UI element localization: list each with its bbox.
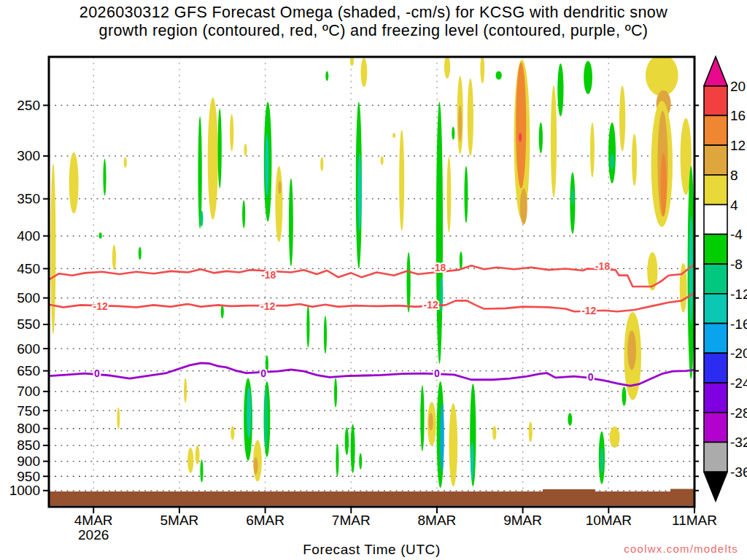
time-pressure-cross-section: -18-18-18-12-12-12-120000250300350400450… (0, 0, 747, 560)
omega-shaded-region (124, 157, 127, 168)
omega-shaded-region (584, 61, 592, 93)
omega-shaded-region (69, 152, 79, 214)
x-tick-label: 6MAR (246, 513, 285, 528)
y-tick-label: 550 (17, 316, 40, 332)
omega-shaded-region (324, 316, 327, 354)
x-tick-label: 4MAR (74, 513, 113, 528)
x-tick-label: 9MAR (503, 513, 542, 528)
omega-shaded-region (247, 386, 251, 438)
colorbar-label: 20 (730, 79, 746, 94)
omega-shaded-region (184, 378, 187, 402)
colorbar-label: -28 (730, 405, 747, 421)
colorbar-segment (704, 145, 727, 175)
x-tick-label: 10MAR (586, 513, 632, 528)
contour-dgz-warm (49, 293, 694, 312)
colorbar-segment (704, 353, 727, 383)
colorbar-label: -36 (730, 464, 747, 480)
omega-shaded-region (646, 54, 678, 96)
omega-shaded-region (139, 247, 142, 260)
colorbar-label: 12 (730, 138, 746, 153)
omega-shaded-region (449, 403, 457, 486)
contour-label-dgz-warm: -12 (424, 299, 438, 311)
contour-freezing-level (49, 363, 694, 386)
omega-shaded-region (345, 427, 349, 455)
omega-shaded-region (420, 386, 424, 451)
colorbar-segment (704, 442, 727, 472)
colorbar-segment (704, 383, 727, 413)
colorbar-label: -4 (730, 227, 743, 242)
omega-shaded-region (264, 386, 268, 449)
omega-shaded-region (539, 122, 543, 153)
contour-label-freezing-level: 0 (94, 368, 100, 379)
omega-shaded-region (406, 252, 410, 313)
colorbar-segment (704, 234, 727, 264)
omega-shaded-region (519, 133, 522, 141)
x-tick-label: 8MAR (418, 513, 457, 528)
contour-label-freezing-level: 0 (434, 368, 440, 379)
watermark-text: coolwx.com/modelts (624, 542, 738, 555)
omega-shaded-region (610, 153, 614, 169)
x-tick-sublabel: 2026 (78, 527, 109, 542)
omega-shaded-region (600, 448, 603, 473)
colorbar-segment (704, 86, 727, 116)
omega-shaded-region (429, 413, 433, 430)
omega-shaded-region (568, 413, 572, 426)
y-tick-label: 350 (17, 191, 40, 206)
omega-shaded-region (112, 245, 116, 270)
omega-shaded-region (200, 460, 203, 483)
omega-shaded-region (619, 86, 625, 152)
omega-shaded-region (444, 55, 450, 78)
omega-shaded-region (441, 403, 444, 471)
omega-shaded-region (218, 109, 222, 188)
omega-shaded-region (196, 446, 200, 464)
y-tick-label: 900 (17, 454, 40, 469)
omega-shaded-region (399, 130, 404, 231)
omega-shaded-region (496, 71, 502, 79)
y-tick-label: 650 (17, 363, 40, 378)
omega-shaded-region (571, 188, 574, 205)
omega-shaded-region (529, 422, 533, 443)
y-tick-label: 1000 (9, 483, 40, 498)
colorbar-segment (704, 205, 727, 235)
omega-shaded-region (289, 178, 293, 266)
x-tick-label: 7MAR (332, 513, 371, 528)
omega-shaded-region (480, 54, 484, 83)
colorbar-segment (704, 324, 727, 354)
y-tick-label: 850 (17, 438, 40, 453)
omega-shaded-region (452, 127, 454, 140)
omega-shaded-region (446, 157, 451, 233)
contour-label-dgz-warm: -12 (260, 300, 275, 312)
omega-shaded-region (117, 408, 120, 429)
colorbar-segment (704, 294, 727, 324)
colorbar-label: -32 (730, 435, 747, 450)
omega-shaded-region (254, 457, 258, 475)
omega-shaded-region (50, 163, 55, 335)
omega-shaded-region (360, 58, 367, 87)
omega-shaded-region (468, 79, 473, 156)
omega-shaded-region (439, 276, 443, 312)
omega-field: -18-18-18-12-12-12-120000 (49, 54, 694, 505)
forecast-chart-page: 2026030312 GFS Forecast Omega (shaded, -… (0, 0, 747, 560)
omega-shaded-region (265, 134, 268, 197)
omega-shaded-region (471, 442, 473, 480)
y-tick-label: 450 (17, 261, 40, 276)
omega-shaded-region (609, 427, 619, 448)
y-tick-label: 300 (17, 148, 40, 163)
plot-border (49, 57, 694, 507)
colorbar-label: -20 (730, 346, 747, 361)
colorbar-segment (704, 115, 727, 145)
y-tick-label: 800 (17, 421, 40, 436)
omega-shaded-region (200, 211, 203, 227)
y-tick-label: 750 (17, 403, 40, 419)
contour-label-dgz-warm: -12 (581, 305, 596, 316)
omega-shaded-region (436, 102, 443, 364)
omega-shaded-region (608, 122, 616, 183)
omega-shaded-region (358, 153, 362, 231)
contour-label-dgz-cold: -18 (595, 260, 610, 272)
colorbar-label: -12 (730, 287, 747, 302)
omega-shaded-region (103, 159, 106, 196)
omega-shaded-region (320, 157, 323, 171)
surface-terrain-bar (49, 489, 694, 506)
omega-shaded-region (359, 453, 362, 469)
omega-shaded-region (460, 252, 462, 270)
